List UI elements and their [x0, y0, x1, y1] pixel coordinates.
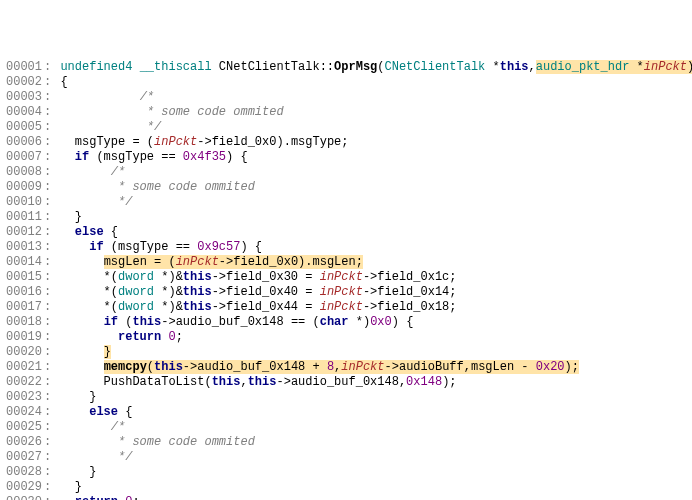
code-line[interactable]: 00013: if (msgType == 0x9c57) {	[0, 240, 692, 255]
code-content[interactable]: return 0;	[53, 330, 183, 345]
code-content[interactable]: else {	[53, 225, 118, 240]
code-line[interactable]: 00022: PushDataToList(this,this->audio_b…	[0, 375, 692, 390]
token: audio_buf_0x148	[176, 315, 284, 329]
token: )	[687, 60, 692, 74]
token	[53, 480, 75, 494]
token: this	[183, 270, 212, 284]
line-number: 00003	[0, 90, 44, 105]
code-line[interactable]: 00012: else {	[0, 225, 692, 240]
token: else	[75, 225, 104, 239]
token: 0x20	[536, 360, 565, 374]
code-content[interactable]: }	[53, 390, 96, 405]
code-line[interactable]: 00021: memcpy(this->audio_buf_0x148 + 8,…	[0, 360, 692, 375]
code-content[interactable]: PushDataToList(this,this->audio_buf_0x14…	[53, 375, 456, 390]
code-content[interactable]: }	[53, 210, 82, 225]
code-line[interactable]: 00003: /*	[0, 90, 692, 105]
code-line[interactable]: 00011: }	[0, 210, 692, 225]
code-line[interactable]: 00006: msgType = (inPckt->field_0x0).msg…	[0, 135, 692, 150]
code-content[interactable]: undefined4 __thiscall CNetClientTalk::Op…	[53, 60, 692, 75]
code-line[interactable]: 00010: */	[0, 195, 692, 210]
token: 0x148	[406, 375, 442, 389]
code-line[interactable]: 00030: return 0;	[0, 495, 692, 500]
token: * some code ommited	[118, 180, 255, 194]
token: *	[485, 60, 499, 74]
code-content[interactable]: }	[53, 465, 96, 480]
token: audio_pkt_hdr	[536, 60, 630, 74]
token: field_0x30	[226, 270, 298, 284]
token	[53, 105, 147, 119]
code-line[interactable]: 00005: */	[0, 120, 692, 135]
token: (	[147, 360, 154, 374]
code-content[interactable]: else {	[53, 405, 132, 420]
code-line[interactable]: 00014: msgLen = (inPckt->field_0x0).msgL…	[0, 255, 692, 270]
code-content[interactable]: msgType = (inPckt->field_0x0).msgType;	[53, 135, 348, 150]
code-content[interactable]: /*	[53, 420, 125, 435]
code-line[interactable]: 00019: return 0;	[0, 330, 692, 345]
code-content[interactable]: * some code ommited	[53, 180, 255, 195]
code-content[interactable]: }	[53, 345, 111, 360]
line-number: 00023	[0, 390, 44, 405]
token	[53, 210, 75, 224]
line-colon: :	[44, 300, 53, 315]
code-content[interactable]: return 0;	[53, 495, 139, 500]
code-line[interactable]: 00004: * some code ommited	[0, 105, 692, 120]
code-content[interactable]: * some code ommited	[53, 435, 255, 450]
code-content[interactable]: * some code ommited	[53, 105, 283, 120]
code-line[interactable]: 00018: if (this->audio_buf_0x148 == (cha…	[0, 315, 692, 330]
line-number: 00018	[0, 315, 44, 330]
code-content[interactable]: {	[53, 75, 67, 90]
line-colon: :	[44, 120, 53, 135]
code-content[interactable]: *(dword *)&this->field_0x44 = inPckt->fi…	[53, 300, 456, 315]
code-line[interactable]: 00024: else {	[0, 405, 692, 420]
line-number: 00007	[0, 150, 44, 165]
code-content[interactable]: /*	[53, 90, 154, 105]
code-content[interactable]: if (msgType == 0x9c57) {	[53, 240, 262, 255]
code-content[interactable]: */	[53, 195, 132, 210]
line-number: 00008	[0, 165, 44, 180]
line-number: 00004	[0, 105, 44, 120]
token: {	[118, 405, 132, 419]
code-content[interactable]: }	[53, 480, 82, 495]
code-line[interactable]: 00015: *(dword *)&this->field_0x30 = inP…	[0, 270, 692, 285]
token: memcpy	[104, 360, 147, 374]
code-line[interactable]: 00017: *(dword *)&this->field_0x44 = inP…	[0, 300, 692, 315]
token: +	[305, 360, 327, 374]
code-line[interactable]: 00026: * some code ommited	[0, 435, 692, 450]
token: =	[298, 270, 320, 284]
code-line[interactable]: 00001: undefined4 __thiscall CNetClientT…	[0, 60, 692, 75]
code-line[interactable]: 00027: */	[0, 450, 692, 465]
code-content[interactable]: msgLen = (inPckt->field_0x0).msgLen;	[53, 255, 363, 270]
code-line[interactable]: 00023: }	[0, 390, 692, 405]
code-content[interactable]: *(dword *)&this->field_0x30 = inPckt->fi…	[53, 270, 456, 285]
code-content[interactable]: *(dword *)&this->field_0x40 = inPckt->fi…	[53, 285, 456, 300]
code-content[interactable]: */	[53, 120, 161, 135]
token: }	[75, 210, 82, 224]
line-colon: :	[44, 180, 53, 195]
token: );	[442, 375, 456, 389]
token: this	[500, 60, 529, 74]
code-content[interactable]: /*	[53, 165, 125, 180]
code-content[interactable]: memcpy(this->audio_buf_0x148 + 8,inPckt-…	[53, 360, 579, 375]
token: OprMsg	[334, 60, 377, 74]
line-colon: :	[44, 225, 53, 240]
code-content[interactable]: if (msgType == 0x4f35) {	[53, 150, 247, 165]
token: field_0x0	[233, 255, 298, 269]
line-number: 00012	[0, 225, 44, 240]
code-line[interactable]: 00009: * some code ommited	[0, 180, 692, 195]
code-content[interactable]: */	[53, 450, 132, 465]
token: *(	[53, 285, 118, 299]
code-line[interactable]: 00025: /*	[0, 420, 692, 435]
token: ::	[320, 60, 334, 74]
code-line[interactable]: 00016: *(dword *)&this->field_0x40 = inP…	[0, 285, 692, 300]
code-line[interactable]: 00007: if (msgType == 0x4f35) {	[0, 150, 692, 165]
code-line[interactable]: 00008: /*	[0, 165, 692, 180]
code-line[interactable]: 00002: {	[0, 75, 692, 90]
code-line[interactable]: 00029: }	[0, 480, 692, 495]
code-line[interactable]: 00020: }	[0, 345, 692, 360]
line-number: 00001	[0, 60, 44, 75]
line-colon: :	[44, 390, 53, 405]
code-line[interactable]: 00028: }	[0, 465, 692, 480]
token: dword	[118, 285, 154, 299]
code-content[interactable]: if (this->audio_buf_0x148 == (char *)0x0…	[53, 315, 413, 330]
token: );	[565, 360, 579, 374]
